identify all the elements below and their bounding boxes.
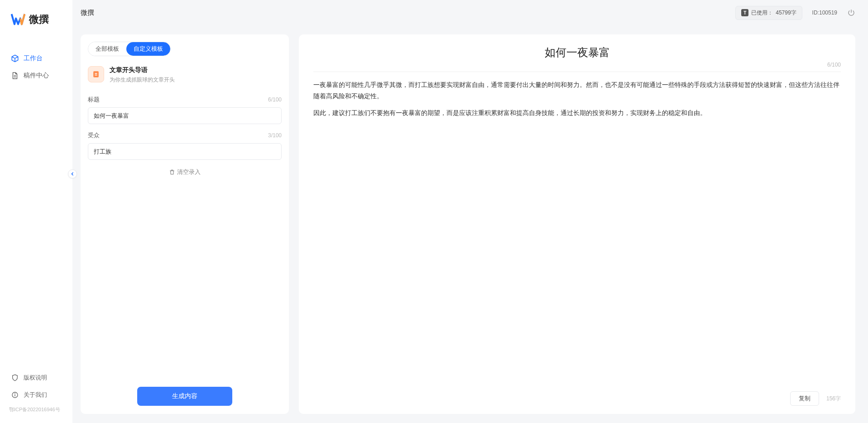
info-icon xyxy=(11,391,19,399)
word-count: 156字 xyxy=(826,395,841,403)
title-counter: 6/100 xyxy=(268,96,282,103)
sidebar-item-label: 关于我们 xyxy=(24,391,47,399)
icp-text: 鄂ICP备2022016946号 xyxy=(0,404,72,418)
document-icon xyxy=(11,72,19,80)
right-panel: 如何一夜暴富 6/100 一夜暴富的可能性几乎微乎其微，而打工族想要实现财富自由… xyxy=(299,34,855,414)
doc-title: 如何一夜暴富 xyxy=(313,45,841,60)
template-tabs: 全部模板 自定义模板 xyxy=(88,42,171,56)
chevron-left-icon xyxy=(71,172,74,176)
sidebar: 微撰 工作台 稿件中心 版权说明 xyxy=(0,0,72,423)
copy-button[interactable]: 复制 xyxy=(790,391,819,406)
sidebar-item-drafts[interactable]: 稿件中心 xyxy=(0,67,72,84)
sidebar-item-workbench[interactable]: 工作台 xyxy=(0,50,72,67)
title-input[interactable] xyxy=(88,107,282,124)
cube-icon xyxy=(11,54,19,62)
template-card: 文章开头导语 为你生成抓眼球的文章开头 xyxy=(81,62,289,92)
page-title: 微撰 xyxy=(81,9,94,17)
tab-custom-template[interactable]: 自定义模板 xyxy=(126,42,170,56)
user-id: ID:100519 xyxy=(812,10,837,16)
logo: 微撰 xyxy=(0,13,72,44)
sidebar-item-about[interactable]: 关于我们 xyxy=(0,386,72,404)
power-icon xyxy=(847,9,855,17)
doc-paragraph: 因此，建议打工族们不要抱有一夜暴富的期望，而是应该注重积累财富和提高自身技能，通… xyxy=(313,107,841,119)
header: 微撰 T 已使用： 45799字 ID:100519 xyxy=(72,0,868,25)
logo-icon xyxy=(11,13,25,26)
usage-value: 45799字 xyxy=(776,9,796,17)
usage-pill[interactable]: T 已使用： 45799字 xyxy=(735,6,802,20)
trash-icon xyxy=(169,169,175,175)
doc-paragraph: 一夜暴富的可能性几乎微乎其微，而打工族想要实现财富自由，通常需要付出大量的时间和… xyxy=(313,79,841,102)
template-title: 文章开头导语 xyxy=(110,66,175,74)
logo-text: 微撰 xyxy=(29,13,49,26)
audience-label: 受众 xyxy=(88,131,100,139)
svg-rect-3 xyxy=(93,71,99,77)
text-icon: T xyxy=(741,9,748,16)
doc-title-counter: 6/100 xyxy=(313,62,841,68)
svg-point-2 xyxy=(15,393,15,394)
generate-button[interactable]: 生成内容 xyxy=(137,387,232,406)
clear-input-link[interactable]: 清空录入 xyxy=(88,168,282,176)
sidebar-item-copyright[interactable]: 版权说明 xyxy=(0,369,72,386)
sidebar-bottom: 版权说明 关于我们 鄂ICP备2022016946号 xyxy=(0,369,72,423)
audience-counter: 3/100 xyxy=(268,132,282,139)
audience-input[interactable] xyxy=(88,143,282,160)
doc-body: 一夜暴富的可能性几乎微乎其微，而打工族想要实现财富自由，通常需要付出大量的时间和… xyxy=(313,79,841,387)
power-button[interactable] xyxy=(847,9,855,17)
sidebar-collapse-toggle[interactable] xyxy=(68,169,77,178)
title-label: 标题 xyxy=(88,96,100,104)
sidebar-item-label: 版权说明 xyxy=(24,374,47,382)
sidebar-item-label: 稿件中心 xyxy=(24,72,49,80)
template-desc: 为你生成抓眼球的文章开头 xyxy=(110,76,175,84)
usage-label: 已使用： xyxy=(751,9,773,17)
shield-icon xyxy=(11,374,19,382)
tab-all-templates[interactable]: 全部模板 xyxy=(88,42,126,56)
left-panel: 全部模板 自定义模板 文章开头导语 为你生成抓眼球的文章开头 标题 xyxy=(81,34,289,414)
sidebar-item-label: 工作台 xyxy=(24,54,43,62)
file-icon xyxy=(91,70,101,79)
sidebar-nav: 工作台 稿件中心 xyxy=(0,44,72,369)
template-icon xyxy=(88,66,104,82)
